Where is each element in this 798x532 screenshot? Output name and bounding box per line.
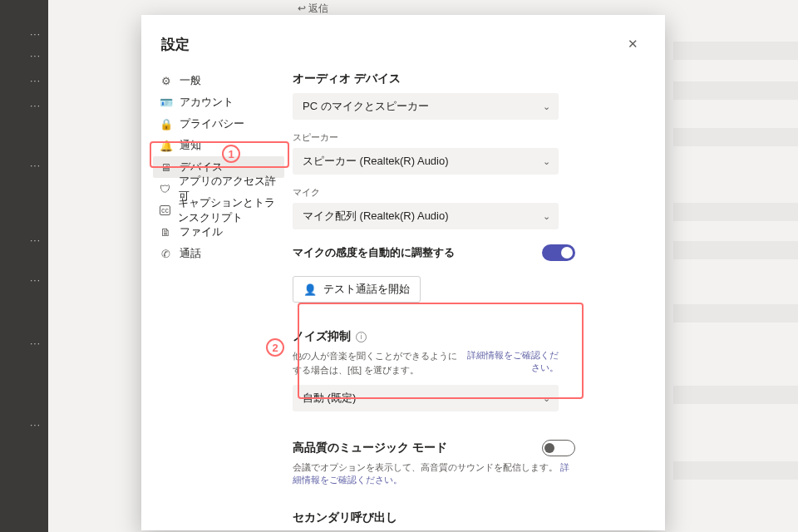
speaker-value: スピーカー (Realtek(R) Audio) (303, 154, 449, 169)
captions-icon: cc (160, 205, 170, 215)
sidebar-item-label: プライバシー (180, 116, 244, 131)
hq-music-desc: 会議でオプションを表示して、高音質のサウンドを配信します。 詳細情報をご確認くだ… (293, 461, 575, 487)
chevron-down-icon: ⌄ (543, 156, 550, 167)
close-button[interactable]: ✕ (620, 32, 645, 57)
sidebar-item-calls[interactable]: ✆通話 (153, 243, 284, 264)
noise-suppression-dropdown[interactable]: 自動 (既定) ⌄ (293, 385, 559, 411)
rail-dots: ··· (30, 28, 41, 40)
noise-more-info-link[interactable]: 詳細情報をご確認ください。 (463, 349, 559, 375)
sidebar-item-label: アカウント (180, 95, 234, 110)
hq-music-heading: 高品質のミュージック モード (293, 441, 447, 456)
audio-devices-heading: オーディオ デバイス (293, 71, 645, 86)
test-call-label: テスト通話を開始 (323, 282, 410, 297)
sidebar-item-label: 通話 (180, 246, 201, 261)
speaker-label: スピーカー (293, 131, 645, 144)
sidebar-item-label: ファイル (180, 224, 223, 239)
toggle-knob (561, 247, 573, 259)
sidebar-item-account[interactable]: 🪪アカウント (153, 91, 284, 113)
noise-suppression-heading: ノイズ抑制 (293, 329, 351, 344)
sidebar-item-label: キャプションとトランスクリプト (178, 195, 278, 225)
modal-title: 設定 (161, 35, 190, 54)
settings-sidebar: ⚙一般🪪アカウント🔒プライバシー🔔通知🖥デバイス🛡アプリのアクセス許可ccキャプ… (141, 68, 284, 530)
chevron-down-icon: ⌄ (543, 101, 550, 112)
mic-dropdown[interactable]: マイク配列 (Realtek(R) Audio) ⌄ (293, 203, 559, 229)
video-person-icon: 👤 (303, 283, 317, 296)
chevron-down-icon: ⌄ (543, 211, 550, 222)
general-icon: ⚙ (160, 75, 172, 87)
noise-suppression-desc: 他の人が音楽を聞くことができるようにする場合は、[低] を選びます。 (293, 349, 463, 377)
settings-modal: 設定 ✕ ⚙一般🪪アカウント🔒プライバシー🔔通知🖥デバイス🛡アプリのアクセス許可… (141, 15, 665, 530)
toggle-knob (544, 443, 554, 453)
sidebar-item-captions[interactable]: ccキャプションとトランスクリプト (153, 200, 284, 221)
devices-icon: 🖥 (160, 161, 172, 174)
info-icon[interactable]: i (356, 332, 367, 342)
sidebar-item-notifications[interactable]: 🔔通知 (153, 135, 284, 156)
files-icon: 🗎 (160, 226, 172, 239)
chevron-down-icon: ⌄ (543, 393, 550, 404)
sidebar-item-label: デバイス (180, 160, 223, 175)
audio-device-dropdown[interactable]: PC のマイクとスピーカー ⌄ (293, 93, 559, 120)
secondary-ringer-heading: セカンダリ呼び出し (293, 510, 645, 525)
notifications-icon: 🔔 (160, 140, 172, 152)
app-permissions-icon: 🛡 (160, 183, 171, 195)
app-rail-bg: ··· ··· ··· ··· ··· ··· ··· ··· ··· (0, 0, 48, 532)
sidebar-item-privacy[interactable]: 🔒プライバシー (153, 113, 284, 135)
calls-icon: ✆ (160, 248, 172, 260)
account-icon: 🪪 (160, 96, 172, 109)
privacy-icon: 🔒 (160, 118, 172, 131)
test-call-button[interactable]: 👤 テスト通話を開始 (293, 276, 421, 303)
auto-adjust-toggle[interactable] (542, 244, 575, 261)
auto-adjust-label: マイクの感度を自動的に調整する (293, 245, 455, 260)
sidebar-item-label: 一般 (180, 73, 201, 88)
close-icon: ✕ (628, 37, 638, 52)
speaker-dropdown[interactable]: スピーカー (Realtek(R) Audio) ⌄ (293, 148, 559, 175)
sidebar-item-general[interactable]: ⚙一般 (153, 70, 284, 91)
hq-music-toggle[interactable] (542, 440, 575, 456)
settings-content: オーディオ デバイス PC のマイクとスピーカー ⌄ スピーカー スピーカー (… (284, 68, 665, 530)
sidebar-item-label: 通知 (180, 138, 201, 153)
mic-value: マイク配列 (Realtek(R) Audio) (303, 209, 449, 224)
mic-label: マイク (293, 186, 645, 199)
reply-hint: ↩ 返信 (298, 2, 328, 16)
audio-device-value: PC のマイクとスピーカー (303, 99, 429, 114)
noise-suppression-value: 自動 (既定) (303, 391, 356, 406)
